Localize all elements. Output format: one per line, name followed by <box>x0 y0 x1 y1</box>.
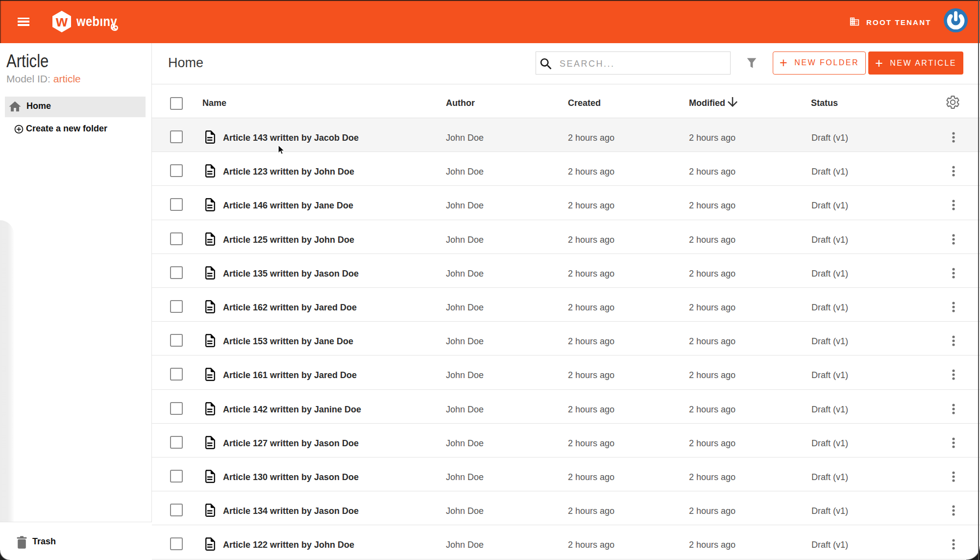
svg-text:w: w <box>55 13 68 30</box>
